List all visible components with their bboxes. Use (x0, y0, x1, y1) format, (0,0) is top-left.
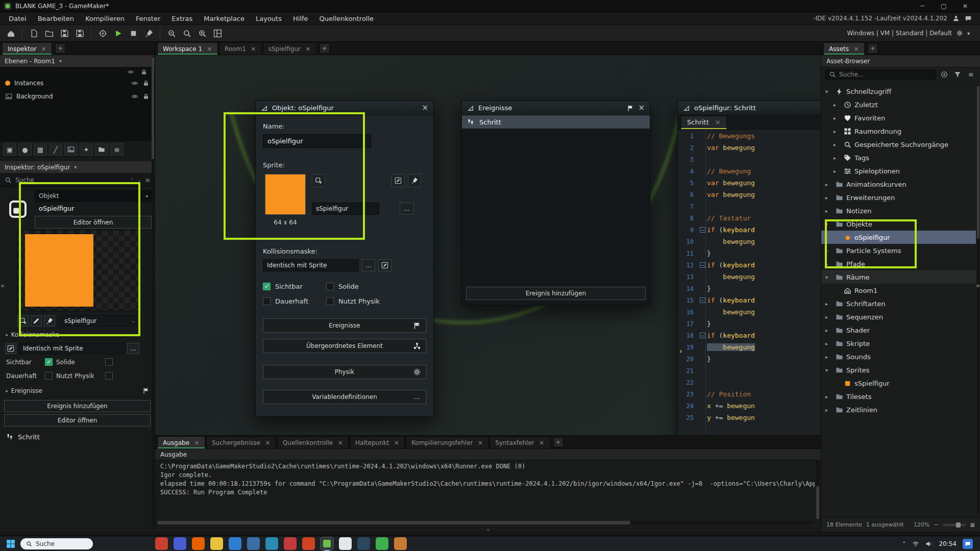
close-icon[interactable]: × (477, 439, 483, 446)
asset-r-ume[interactable]: ▾Räume (821, 270, 976, 284)
asset-particle-systems[interactable]: ▸Particle Systems (821, 244, 976, 257)
checkbox-dauerhaft[interactable] (263, 297, 271, 305)
close-icon[interactable]: × (394, 439, 399, 446)
minimize-button[interactable]: ─ (912, 0, 933, 12)
close-icon[interactable]: × (265, 439, 271, 446)
collapse-left-panel-icon[interactable]: « (1, 282, 5, 289)
chevron-right-icon[interactable]: ▸ (825, 354, 832, 360)
home-button[interactable] (4, 27, 17, 40)
sprite-preview[interactable] (17, 230, 139, 311)
close-button[interactable]: ✕ (954, 0, 976, 12)
output-log[interactable]: C:\ProgramData\GameMakerStudio2\Cache\ru… (155, 460, 815, 521)
taskbar-search[interactable]: Suche (20, 538, 93, 549)
chevron-right-icon[interactable]: ▸ (834, 155, 841, 161)
account-icon[interactable] (952, 15, 960, 22)
taskbar-app-app-green[interactable] (376, 537, 388, 550)
collision-mode-select[interactable]: Identisch mit Sprite (263, 259, 359, 271)
asset-objekte[interactable]: ▾Objekte (821, 217, 976, 231)
checkbox-nutzt-physik[interactable] (326, 297, 334, 305)
taskbar-app-explorer[interactable] (210, 537, 223, 550)
sprite-select[interactable]: sSpielfigur (312, 203, 379, 215)
close-icon[interactable]: × (207, 45, 212, 52)
chevron-right-icon[interactable]: ▸ (825, 301, 832, 307)
new-effect-layer-button[interactable]: ✦ (80, 143, 93, 156)
chevron-down-icon[interactable]: ▾ (825, 221, 832, 227)
chevron-right-icon[interactable]: ▸ (825, 208, 832, 214)
close-icon[interactable]: × (539, 439, 545, 446)
menu-layouts[interactable]: Layouts (250, 12, 287, 25)
asset-ospielfigur[interactable]: ●oSpielfigur (821, 231, 976, 244)
asset-tilesets[interactable]: ▸Tilesets (821, 390, 976, 403)
chevron-right-icon[interactable]: ▸ (825, 394, 832, 399)
assets-tab-assets[interactable]: Assets× (823, 42, 865, 55)
save-all-button[interactable] (73, 27, 86, 40)
asset-erweiterungen[interactable]: ▸Erweiterungen (821, 191, 976, 204)
menu-fenster[interactable]: Fenster (130, 12, 166, 25)
inspector-scrollbar[interactable] (152, 56, 154, 530)
output-tab-kompilierungsfehler[interactable]: Kompilierungsfehler× (406, 436, 488, 448)
asset-favoriten[interactable]: ▸Favoriten (821, 111, 976, 124)
taskbar-app-gamemaker[interactable] (321, 537, 333, 550)
clean-button[interactable] (142, 27, 155, 40)
target-settings-icon[interactable] (956, 30, 963, 37)
save-project-button[interactable] (58, 27, 71, 40)
menu-bearbeiten[interactable]: Bearbeiten (32, 12, 80, 25)
notifications-icon[interactable] (965, 15, 972, 22)
new-file-button[interactable] (27, 27, 40, 40)
layers-header[interactable]: Ebenen - Room1 ▾ (0, 55, 155, 67)
asset-schnellzugriff[interactable]: ▾Schnellzugriff (821, 85, 976, 98)
network-icon[interactable] (912, 540, 919, 547)
edit-collision-mask-button[interactable] (378, 259, 391, 271)
new-background-layer-button[interactable] (64, 143, 78, 156)
menu-datei[interactable]: Datei (3, 12, 32, 25)
workspace-tab-workspace-1[interactable]: Workspace 1× (157, 42, 218, 55)
scrollbar-thumb[interactable] (157, 521, 630, 524)
lock-column-lock-icon[interactable] (140, 68, 148, 76)
add-event-button[interactable]: Ereignis hinzufügen (4, 400, 151, 412)
sprite-thumbnail[interactable] (265, 174, 306, 215)
new-sprite-button[interactable] (312, 174, 325, 187)
workspace-tab-room1[interactable]: Room1× (219, 42, 262, 55)
taskbar-app-app-teal[interactable] (265, 537, 278, 550)
variablendefinitionen-button[interactable]: Variablendefinitionen… (263, 390, 426, 404)
layer-visibility-icon[interactable] (131, 80, 138, 87)
run-button[interactable] (111, 27, 125, 40)
clock-label[interactable]: 20:54 (939, 540, 957, 547)
chevron-right-icon[interactable]: ▸ (834, 168, 841, 174)
add-event-button[interactable]: Ereignis hinzufügen (466, 287, 646, 300)
open-event-editor-button[interactable]: Editor öffnen (4, 414, 151, 427)
volume-icon[interactable] (925, 540, 933, 547)
output-tab-suchergebnisse[interactable]: Suchergebnisse× (206, 436, 276, 448)
open-project-button[interactable] (42, 27, 56, 40)
asset-zuletzt[interactable]: ▸Zuletzt (821, 98, 976, 111)
asset-room1[interactable]: Room1 (821, 284, 976, 297)
ereignisse-button[interactable]: Ereignisse (263, 318, 426, 333)
asset-gespeicherte-suchvorg-nge[interactable]: ▸Gespeicherte Suchvorgänge (821, 138, 976, 151)
search-prev-icon[interactable]: ⌃ (130, 178, 134, 183)
code-tab-schritt[interactable]: Schritt × (681, 116, 727, 129)
close-icon[interactable]: × (251, 45, 256, 52)
inspector-tab-inspektor[interactable]: Inspektor× (2, 42, 52, 55)
checkbox-solide[interactable] (105, 358, 113, 366)
chevron-right-icon[interactable]: ▸ (825, 261, 832, 267)
taskbar-app-powerpoint[interactable] (302, 537, 315, 550)
taskbar-app-firefox[interactable] (192, 537, 205, 550)
menu-hilfe[interactable]: Hilfe (287, 12, 314, 25)
close-icon[interactable]: × (638, 104, 645, 112)
asset-shader[interactable]: ▸Shader (821, 323, 976, 337)
chevron-right-icon[interactable]: ▸ (825, 314, 832, 320)
chevron-right-icon[interactable]: ▸ (825, 328, 832, 333)
chevron-right-icon[interactable]: ▸ (834, 142, 841, 147)
menu-icon[interactable]: ≡ (966, 69, 976, 80)
taskbar-app-app-red[interactable] (155, 537, 168, 550)
collapse-output-icon[interactable]: ⌄ (155, 525, 821, 532)
zoom-in-button[interactable] (195, 27, 209, 40)
zoom-out-icon[interactable]: − (934, 521, 938, 528)
output-hscrollbar[interactable] (156, 521, 814, 524)
taskbar-app-steam[interactable] (357, 537, 370, 550)
sidebar-expand-icon[interactable]: › (679, 347, 682, 355)
output-add-tab-button[interactable]: + (553, 437, 564, 447)
output-tab-syntaxfehler[interactable]: Syntaxfehler× (489, 436, 550, 448)
new-instance-layer-button[interactable]: ▣ (3, 143, 16, 156)
event-list-item[interactable]: Schritt (0, 431, 155, 443)
